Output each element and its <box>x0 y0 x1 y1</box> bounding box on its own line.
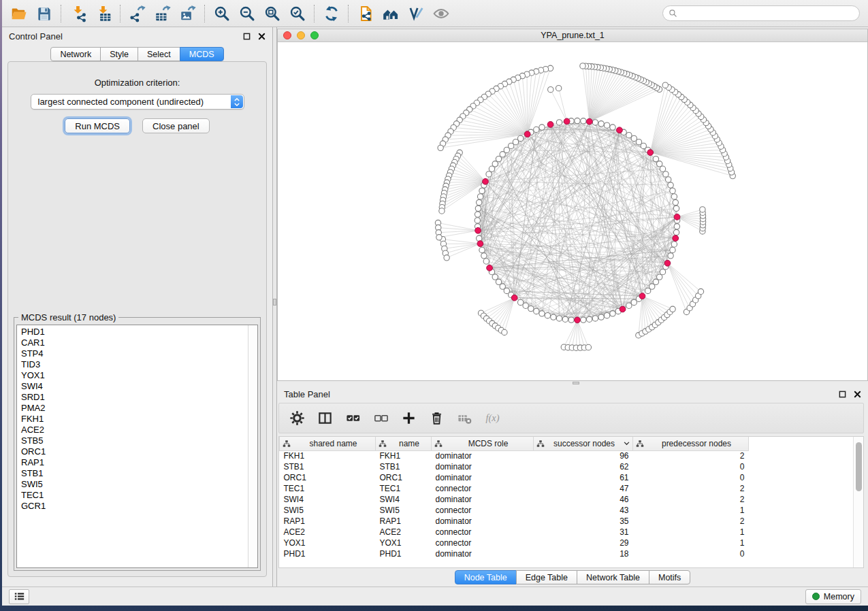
svg-text:f(x): f(x) <box>485 412 499 424</box>
task-history-button[interactable] <box>9 589 29 604</box>
mcds-result-title: MCDS result (17 nodes) <box>18 312 118 323</box>
tab-edge-table[interactable]: Edge Table <box>516 570 577 584</box>
home-button[interactable] <box>378 2 403 25</box>
mcds-result-item[interactable]: CAR1 <box>21 337 257 348</box>
table-row[interactable]: TEC1TEC1connector472 <box>280 483 853 494</box>
delete-column-icon <box>429 410 445 426</box>
mcds-result-item[interactable]: TEC1 <box>21 490 257 501</box>
show-graphics-details-button[interactable] <box>428 2 453 25</box>
settings-button[interactable] <box>289 410 305 427</box>
run-mcds-button[interactable]: Run MCDS <box>65 118 130 133</box>
select-all-button[interactable] <box>344 410 361 427</box>
mcds-result-item[interactable]: ACE2 <box>21 425 257 435</box>
mcds-result-item[interactable]: SRD1 <box>21 392 257 403</box>
column-type-icon <box>283 440 291 448</box>
mcds-result-item[interactable]: TID3 <box>21 359 257 370</box>
mcds-result-item[interactable]: STB1 <box>21 468 257 479</box>
mcds-result-list[interactable]: PHD1CAR1STP4TID3YOX1SWI4SRD1PMA2FKH1ACE2… <box>16 325 258 568</box>
zoom-selected-button[interactable] <box>285 2 310 25</box>
search-input[interactable] <box>681 9 854 18</box>
mcds-result-item[interactable]: FKH1 <box>21 414 257 425</box>
mcds-result-item[interactable]: GCR1 <box>21 501 257 512</box>
toolbar-separator <box>61 5 61 22</box>
deselect-all-button[interactable] <box>372 410 389 427</box>
refresh-button[interactable] <box>319 2 344 25</box>
table-row[interactable]: STB1STB1dominator620 <box>280 461 853 472</box>
tab-select[interactable]: Select <box>138 47 180 61</box>
tab-network-table[interactable]: Network Table <box>577 570 649 584</box>
table-scrollbar[interactable] <box>853 437 863 567</box>
splitter-grip[interactable] <box>573 382 579 384</box>
close-panel-icon[interactable] <box>256 31 267 42</box>
float-panel-icon[interactable] <box>837 389 848 399</box>
export-image-icon <box>179 5 197 22</box>
hide-graphics-details-icon <box>407 5 425 22</box>
zoom-out-button[interactable] <box>234 2 259 25</box>
export-image-button[interactable] <box>175 2 200 25</box>
mcds-result-item[interactable]: ORC1 <box>21 446 257 457</box>
mcds-result-group: MCDS result (17 nodes) PHD1CAR1STP4TID3Y… <box>14 312 261 571</box>
control-panel-titlebar: Control Panel <box>2 27 272 44</box>
list-scrollbar[interactable] <box>248 325 257 567</box>
delete-column-button[interactable] <box>428 410 445 427</box>
tab-node-table[interactable]: Node Table <box>455 570 517 584</box>
mcds-result-item[interactable]: STB5 <box>21 435 257 446</box>
column-header-shared-name[interactable]: shared name <box>280 437 376 450</box>
import-network-icon <box>69 5 87 22</box>
node-table[interactable]: shared namenameMCDS rolesuccessor nodesp… <box>279 437 853 559</box>
table-row[interactable]: YOX1YOX1connector291 <box>280 538 853 548</box>
horizontal-splitter[interactable] <box>277 381 868 385</box>
open-file-button[interactable] <box>6 2 31 25</box>
mcds-result-item[interactable]: STP4 <box>21 348 257 359</box>
delete-table-icon <box>457 410 472 426</box>
memory-button[interactable]: Memory <box>805 589 861 604</box>
close-panel-icon[interactable] <box>852 389 863 399</box>
tab-network[interactable]: Network <box>50 47 101 61</box>
add-column-button[interactable] <box>400 410 417 427</box>
column-header-successor-nodes[interactable]: successor nodes <box>534 437 633 450</box>
table-row[interactable]: PHD1PHD1dominator180 <box>280 548 853 559</box>
scrollbar-thumb[interactable] <box>856 442 862 491</box>
vertical-splitter[interactable] <box>272 27 277 587</box>
float-panel-icon[interactable] <box>241 31 252 42</box>
toolbar-separator <box>204 5 205 22</box>
mcds-result-item[interactable]: SWI5 <box>21 479 257 490</box>
table-row[interactable]: FKH1FKH1dominator962 <box>280 450 853 461</box>
import-table-button[interactable] <box>91 2 116 25</box>
import-network-button[interactable] <box>65 2 91 25</box>
table-row[interactable]: SWI4SWI4dominator462 <box>280 494 853 505</box>
table-row[interactable]: SWI5SWI5connector431 <box>280 505 853 516</box>
mcds-result-item[interactable]: RAP1 <box>21 457 257 468</box>
tab-motifs[interactable]: Motifs <box>649 570 690 584</box>
zoom-fit-button[interactable] <box>259 2 285 25</box>
mcds-result-item[interactable]: YOX1 <box>21 370 257 381</box>
network-canvas[interactable] <box>278 42 867 380</box>
zoom-in-button[interactable] <box>209 2 234 25</box>
table-row[interactable]: ORC1ORC1dominator610 <box>280 472 853 483</box>
share-document-button[interactable] <box>353 2 378 25</box>
mcds-result-item[interactable]: PHD1 <box>21 327 257 337</box>
settings-icon <box>289 410 305 426</box>
save-session-button[interactable] <box>31 2 57 25</box>
tab-style[interactable]: Style <box>100 47 138 61</box>
splitter-grip[interactable] <box>273 299 276 306</box>
column-header-MCDS-role[interactable]: MCDS role <box>432 437 534 450</box>
column-header-predecessor-nodes[interactable]: predecessor nodes <box>633 437 749 450</box>
tab-mcds[interactable]: MCDS <box>180 47 224 61</box>
mcds-result-item[interactable]: PMA2 <box>21 403 257 414</box>
search-field[interactable] <box>662 5 860 21</box>
mcds-result-item[interactable]: SWI4 <box>21 381 257 392</box>
select-all-icon <box>345 410 361 426</box>
export-table-button[interactable] <box>150 2 175 25</box>
column-layout-button[interactable] <box>317 410 333 427</box>
save-session-icon <box>35 5 53 22</box>
column-header-name[interactable]: name <box>376 437 432 450</box>
table-row[interactable]: RAP1RAP1dominator352 <box>280 516 853 527</box>
table-row[interactable]: ACE2ACE2connector311 <box>280 527 853 538</box>
network-graph[interactable] <box>278 42 867 380</box>
close-panel-button[interactable]: Close panel <box>142 118 210 133</box>
export-network-button[interactable] <box>125 2 150 25</box>
criterion-dropdown[interactable]: largest connected component (undirected) <box>31 94 244 110</box>
column-layout-icon <box>317 410 333 426</box>
hide-graphics-details-button[interactable] <box>403 2 428 25</box>
